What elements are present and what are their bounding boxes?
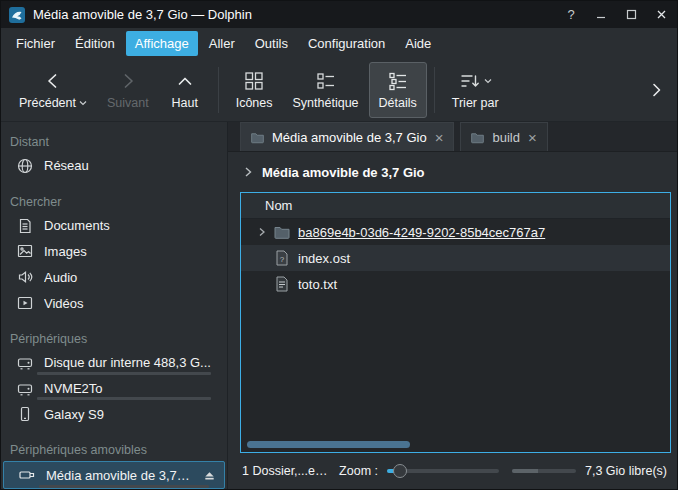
chevron-right-icon bbox=[242, 166, 254, 178]
file-name: ba869e4b-03d6-4249-9202-85b4cec767a7 bbox=[298, 225, 545, 240]
folder-icon bbox=[250, 130, 265, 145]
documents-icon bbox=[16, 217, 34, 235]
tab-media-amovible[interactable]: Média amovible de 3,7 Gio × bbox=[240, 122, 454, 151]
sidebar-item-media-amovible[interactable]: Média amovible de 3,7 ... bbox=[3, 461, 225, 489]
folder-icon bbox=[470, 130, 485, 145]
toolbar-overflow-button[interactable] bbox=[643, 77, 669, 103]
zoom-slider[interactable] bbox=[387, 469, 499, 473]
sidebar-item-label: Documents bbox=[44, 218, 219, 233]
main-toolbar: Précédent Suivant Haut Icônes Synthét bbox=[1, 58, 677, 122]
caret-down-icon bbox=[484, 78, 492, 84]
sort-by-label: Trier par bbox=[452, 96, 499, 110]
zoom-label: Zoom : bbox=[339, 464, 378, 478]
menu-aide[interactable]: Aide bbox=[396, 31, 440, 56]
menu-affichage[interactable]: Affichage bbox=[126, 31, 198, 56]
compact-view-icon bbox=[315, 69, 337, 93]
breadcrumb[interactable]: Média amovible de 3,7 Gio bbox=[228, 152, 677, 192]
window-buttons: ? bbox=[563, 7, 669, 23]
forward-label: Suivant bbox=[107, 96, 149, 110]
sidebar-item-label: Média amovible de 3,7 ... bbox=[46, 468, 191, 483]
folder-icon bbox=[273, 223, 291, 241]
places-section-peripheriques: Périphériques bbox=[1, 325, 227, 350]
harddisk-icon bbox=[16, 380, 34, 398]
compact-view-button[interactable]: Synthétique bbox=[283, 62, 369, 118]
file-list: ba869e4b-03d6-4249-9202-85b4cec767a7 ? i… bbox=[241, 219, 670, 452]
file-view: Nom ba869e4b-03d6-4249-9202-85b4cec767a7 bbox=[240, 192, 671, 453]
audio-icon bbox=[16, 268, 34, 286]
compact-view-label: Synthétique bbox=[293, 96, 359, 110]
file-name: toto.txt bbox=[298, 277, 337, 292]
sidebar-item-galaxy-s9[interactable]: Galaxy S9 bbox=[1, 401, 227, 427]
unknown-file-icon: ? bbox=[273, 249, 291, 267]
file-name: index.ost bbox=[298, 251, 350, 266]
close-button[interactable] bbox=[653, 7, 669, 23]
sidebar-item-label: Disque dur interne 488,3 G... bbox=[44, 355, 219, 370]
menu-edition[interactable]: Édition bbox=[66, 31, 124, 56]
eject-icon bbox=[203, 469, 216, 482]
sidebar-item-reseau[interactable]: Réseau bbox=[1, 153, 227, 179]
menu-outils[interactable]: Outils bbox=[246, 31, 297, 56]
disk-usage-bar bbox=[37, 397, 211, 400]
menu-configuration[interactable]: Configuration bbox=[299, 31, 394, 56]
capacity-bar bbox=[512, 469, 576, 473]
sidebar-item-label: Images bbox=[44, 244, 219, 259]
items-summary: 1 Dossier,...ers (99 o) bbox=[242, 464, 330, 478]
icons-view-label: Icônes bbox=[236, 96, 273, 110]
sidebar-item-nvme2to[interactable]: NVME2To bbox=[1, 376, 227, 402]
tab-close-icon[interactable]: × bbox=[434, 130, 445, 145]
sort-icon bbox=[459, 70, 481, 92]
zoom-slider-handle[interactable] bbox=[393, 464, 407, 478]
text-file-icon bbox=[273, 275, 291, 293]
menu-aller[interactable]: Aller bbox=[200, 31, 244, 56]
chevron-right-icon bbox=[647, 81, 665, 99]
sidebar-item-label: Vidéos bbox=[44, 296, 219, 311]
icons-view-button[interactable]: Icônes bbox=[226, 62, 283, 118]
sort-by-button[interactable]: Trier par bbox=[442, 62, 509, 118]
menu-fichier[interactable]: Fichier bbox=[7, 31, 64, 56]
sidebar-item-images[interactable]: Images bbox=[1, 239, 227, 265]
details-view-label: Détails bbox=[379, 96, 417, 110]
sidebar-item-label: Galaxy S9 bbox=[44, 407, 219, 422]
back-button[interactable]: Précédent bbox=[9, 62, 97, 118]
phone-icon bbox=[16, 405, 34, 423]
disk-usage-bar bbox=[37, 372, 211, 375]
breadcrumb-current[interactable]: Média amovible de 3,7 Gio bbox=[262, 165, 425, 180]
caret-down-icon bbox=[79, 100, 87, 106]
status-bar: 1 Dossier,...ers (99 o) Zoom : 7,3 Gio l… bbox=[228, 453, 677, 489]
free-space-label: 7,3 Gio libre(s) bbox=[585, 464, 667, 478]
disk-usage-bar bbox=[39, 485, 209, 488]
tab-build[interactable]: build × bbox=[460, 122, 547, 151]
places-section-distant: Distant bbox=[1, 128, 227, 153]
file-row-folder[interactable]: ba869e4b-03d6-4249-9202-85b4cec767a7 bbox=[241, 219, 670, 245]
file-row-index-ost[interactable]: ? index.ost bbox=[241, 245, 670, 271]
horizontal-scrollbar[interactable] bbox=[247, 441, 410, 448]
forward-button[interactable]: Suivant bbox=[97, 62, 159, 118]
eject-button[interactable] bbox=[201, 467, 217, 483]
minimize-button[interactable] bbox=[593, 7, 609, 23]
tab-close-icon[interactable]: × bbox=[527, 130, 538, 145]
sidebar-item-disque-dur-interne[interactable]: Disque dur interne 488,3 G... bbox=[1, 350, 227, 376]
column-header-label: Nom bbox=[265, 198, 292, 213]
up-button[interactable]: Haut bbox=[159, 62, 211, 118]
titlebar[interactable]: Média amovible de 3,7 Gio — Dolphin ? bbox=[1, 1, 677, 28]
svg-text:?: ? bbox=[280, 255, 285, 264]
sidebar-item-label: Audio bbox=[44, 270, 219, 285]
column-header-nom[interactable]: Nom bbox=[241, 193, 670, 219]
back-label: Précédent bbox=[19, 96, 76, 110]
sidebar-item-documents[interactable]: Documents bbox=[1, 213, 227, 239]
sidebar-item-audio[interactable]: Audio bbox=[1, 264, 227, 290]
capacity-bar-fill bbox=[512, 469, 538, 473]
places-section-chercher: Chercher bbox=[1, 188, 227, 213]
main-view-column: Média amovible de 3,7 Gio × build × Médi… bbox=[228, 122, 677, 489]
details-view-button[interactable]: Détails bbox=[369, 62, 427, 118]
dolphin-window: Média amovible de 3,7 Gio — Dolphin ? Fi… bbox=[0, 0, 678, 490]
toolbar-separator bbox=[434, 67, 435, 113]
maximize-button[interactable] bbox=[623, 7, 639, 23]
sidebar-item-videos[interactable]: Vidéos bbox=[1, 290, 227, 316]
dolphin-app-icon bbox=[9, 7, 25, 23]
help-button[interactable]: ? bbox=[563, 7, 579, 23]
network-icon bbox=[16, 157, 34, 175]
places-panel: Distant Réseau Chercher Documents Images bbox=[1, 122, 228, 489]
expand-icon[interactable] bbox=[251, 227, 273, 237]
file-row-toto-txt[interactable]: toto.txt bbox=[241, 271, 670, 297]
